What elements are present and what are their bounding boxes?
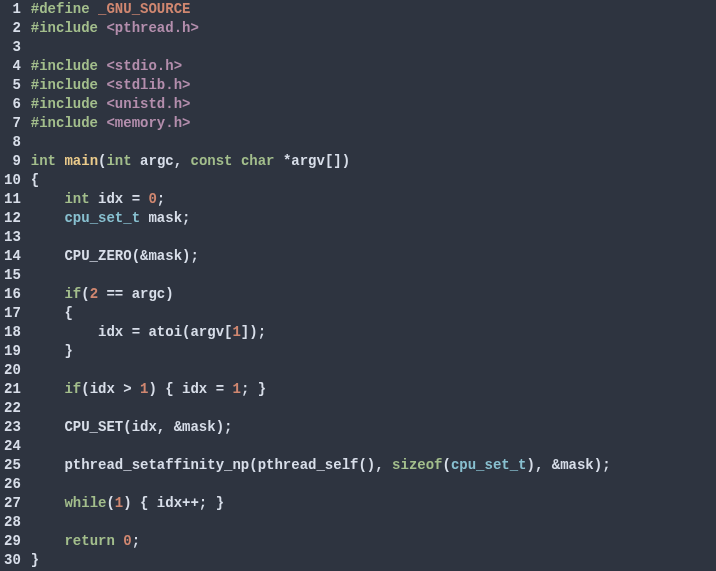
code-line: { [31,171,716,190]
code-line [31,437,716,456]
code-token: CPU_ZERO(&mask); [31,248,199,264]
code-token: 0 [148,191,156,207]
code-token: 1 [232,381,240,397]
line-number: 8 [4,133,21,152]
code-token: == argc) [98,286,174,302]
code-line: { [31,304,716,323]
code-token: <unistd.h> [106,96,190,112]
code-token: ( [106,495,114,511]
code-token: #include [31,96,107,112]
code-line: #include <memory.h> [31,114,716,133]
line-number: 27 [4,494,21,513]
code-line: int main(int argc, const char *argv[]) [31,152,716,171]
code-line: idx = atoi(argv[1]); [31,323,716,342]
code-token: int [31,153,56,169]
code-token: #include [31,20,107,36]
line-number: 18 [4,323,21,342]
code-token [31,210,65,226]
code-token: { [31,172,39,188]
code-token: _GNU_SOURCE [98,1,190,17]
code-token: mask; [140,210,190,226]
code-token: while [64,495,106,511]
line-number: 9 [4,152,21,171]
code-token: ( [81,286,89,302]
line-number: 4 [4,57,21,76]
code-token: } [31,552,39,568]
code-token [31,286,65,302]
line-number: 3 [4,38,21,57]
line-number: 20 [4,361,21,380]
code-token: #include [31,58,107,74]
code-token: #include [31,115,107,131]
line-number: 23 [4,418,21,437]
code-line: } [31,551,716,570]
line-number: 7 [4,114,21,133]
code-token: ) { idx = [148,381,232,397]
line-number: 28 [4,513,21,532]
code-token: main [64,153,98,169]
code-token: CPU_SET(idx, &mask); [31,419,233,435]
code-token [31,495,65,511]
code-token: #include [31,77,107,93]
line-number: 10 [4,171,21,190]
line-number: 6 [4,95,21,114]
code-line: #include <pthread.h> [31,19,716,38]
line-number: 15 [4,266,21,285]
code-token: ( [443,457,451,473]
code-line: while(1) { idx++; } [31,494,716,513]
line-number: 24 [4,437,21,456]
code-line [31,228,716,247]
code-token: return [64,533,114,549]
code-token: <pthread.h> [106,20,198,36]
code-line [31,513,716,532]
code-token: 1 [115,495,123,511]
code-line: int idx = 0; [31,190,716,209]
code-token [31,533,65,549]
code-line: #include <unistd.h> [31,95,716,114]
line-number: 30 [4,551,21,570]
code-token: 0 [123,533,131,549]
code-token [31,381,65,397]
code-line: CPU_SET(idx, &mask); [31,418,716,437]
line-number: 11 [4,190,21,209]
code-line [31,38,716,57]
code-token: <stdlib.h> [106,77,190,93]
code-token: *argv[]) [275,153,351,169]
code-token: <stdio.h> [106,58,182,74]
code-token: cpu_set_t [451,457,527,473]
line-number: 12 [4,209,21,228]
code-token: 1 [232,324,240,340]
code-token: int [106,153,131,169]
code-token: (idx > [81,381,140,397]
code-line: pthread_setaffinity_np(pthread_self(), s… [31,456,716,475]
code-token: ; } [241,381,266,397]
code-line [31,133,716,152]
code-line: return 0; [31,532,716,551]
line-number: 26 [4,475,21,494]
code-token: { [31,305,73,321]
code-token: } [31,343,73,359]
line-number-gutter: 1234567891011121314151617181920212223242… [0,0,27,571]
code-token: idx = [90,191,149,207]
code-line: if(idx > 1) { idx = 1; } [31,380,716,399]
code-area: #define _GNU_SOURCE#include <pthread.h> … [27,0,716,571]
code-token: idx = atoi(argv[ [31,324,233,340]
code-line [31,399,716,418]
line-number: 16 [4,285,21,304]
code-line: #include <stdio.h> [31,57,716,76]
code-line [31,475,716,494]
line-number: 5 [4,76,21,95]
code-line: #include <stdlib.h> [31,76,716,95]
code-line: #define _GNU_SOURCE [31,0,716,19]
code-token [115,533,123,549]
line-number: 1 [4,0,21,19]
code-token: #define [31,1,98,17]
code-token: ]); [241,324,266,340]
code-line [31,266,716,285]
line-number: 22 [4,399,21,418]
code-token [31,191,65,207]
code-token: 2 [90,286,98,302]
code-token: ) { idx++; } [123,495,224,511]
code-line [31,361,716,380]
code-token: pthread_setaffinity_np(pthread_self(), [31,457,392,473]
